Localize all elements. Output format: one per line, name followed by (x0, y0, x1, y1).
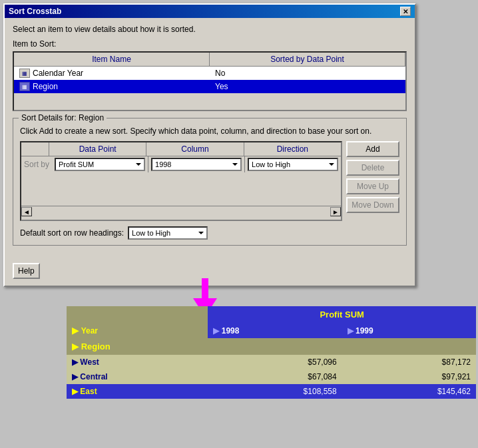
central-1998: $67,084 (208, 369, 342, 384)
close-button[interactable]: ✕ (400, 7, 411, 16)
column-select[interactable]: 1998 (151, 158, 242, 171)
delete-button[interactable]: Delete (346, 160, 399, 176)
west-label: ▶ West (67, 355, 208, 369)
calendar-year-cell: ▦ Calendar Year (14, 67, 210, 80)
column-cell: 1998 (148, 156, 245, 172)
region-name: Region (33, 82, 58, 91)
west-row[interactable]: ▶ West $57,096 $87,172 (67, 355, 476, 369)
default-sort-select[interactable]: Low to High (128, 226, 208, 240)
sort-grid-area: Data Point Column Direction Sort by Prof… (20, 141, 399, 221)
direction-select[interactable]: Low to High (248, 158, 338, 171)
table-row[interactable]: ▦ Calendar Year No (14, 67, 405, 80)
sort-details-description: Click Add to create a new sort. Specify … (20, 126, 399, 136)
move-down-button[interactable]: Move Down (346, 197, 399, 213)
region-header: ▶ Region (67, 338, 476, 355)
direction-header: Direction (244, 142, 341, 156)
data-point-select[interactable]: Profit SUM (55, 158, 145, 171)
items-table-container: Item Name Sorted by Data Point ▦ Calenda… (13, 51, 407, 111)
sort-grid: Data Point Column Direction Sort by Prof… (20, 141, 342, 221)
profit-sum-header-row: Profit SUM (67, 306, 476, 323)
calendar-year-sorted: No (210, 67, 405, 80)
east-label: ▶ East (67, 384, 208, 399)
dialog-title: Sort Crosstab (9, 7, 61, 16)
east-1999: $145,462 (342, 384, 476, 399)
item-name-header: Item Name (14, 53, 210, 66)
region-sorted: Yes (210, 80, 405, 93)
west-1999: $87,172 (342, 355, 476, 369)
sort-buttons: Add Delete Move Up Move Down (346, 141, 399, 221)
dialog-body: Select an item to view details about how… (5, 18, 415, 259)
year-header-row: ▶ Year ▶ 1998 ▶ 1999 (67, 323, 476, 338)
year-1999: ▶ 1999 (342, 323, 476, 338)
region-cell: ▦ Region (14, 80, 210, 93)
row-icon: ▦ (19, 69, 30, 78)
sort-crosstab-dialog: Sort Crosstab ✕ Select an item to view d… (3, 3, 416, 287)
calendar-year-name: Calendar Year (33, 69, 83, 78)
central-1999: $97,921 (342, 369, 476, 384)
horizontal-scrollbar[interactable]: ◄ ► (21, 206, 341, 216)
sort-grid-header: Data Point Column Direction (21, 142, 341, 156)
table-row[interactable]: ▦ Region Yes (14, 80, 405, 93)
description-text: Select an item to view details about how… (13, 25, 407, 34)
crosstab-table: Profit SUM ▶ Year ▶ 1998 ▶ 1999 (67, 306, 476, 399)
region-header-row: ▶ Region (67, 338, 476, 355)
year-text: Year (81, 326, 98, 336)
profit-sum-header: Profit SUM (208, 306, 476, 323)
sort-details-group: Sort Details for: Region Click Add to cr… (13, 118, 407, 246)
east-1998: $108,558 (208, 384, 342, 399)
data-point-header: Data Point (49, 142, 146, 156)
direction-cell: Low to High (245, 156, 341, 172)
add-button[interactable]: Add (346, 141, 399, 157)
year-label: ▶ Year (67, 323, 208, 338)
item-to-sort-label: Item to Sort: (13, 39, 407, 49)
sorted-by-header: Sorted by Data Point (210, 53, 405, 66)
help-button[interactable]: Help (13, 263, 40, 279)
data-point-cell: Profit SUM (52, 156, 148, 172)
items-table: Item Name Sorted by Data Point ▦ Calenda… (14, 53, 405, 93)
items-table-header: Item Name Sorted by Data Point (14, 53, 405, 67)
central-row[interactable]: ▶ Central $67,084 $97,921 (67, 369, 476, 384)
default-sort-row: Default sort on row headings: Low to Hig… (20, 226, 399, 240)
year-1998: ▶ 1998 (208, 323, 342, 338)
row-icon: ▦ (19, 82, 30, 91)
title-bar: Sort Crosstab ✕ (5, 5, 415, 18)
central-label: ▶ Central (67, 369, 208, 384)
sort-row: Sort by Profit SUM 1998 (21, 156, 341, 172)
group-legend: Sort Details for: Region (19, 113, 107, 122)
east-row[interactable]: ▶ East $108,558 $145,462 (67, 384, 476, 399)
move-up-button[interactable]: Move Up (346, 178, 399, 194)
region-label: Region (81, 341, 111, 351)
column-header: Column (146, 142, 244, 156)
default-sort-label: Default sort on row headings: (20, 228, 124, 238)
west-1998: $57,096 (208, 355, 342, 369)
title-bar-buttons: ✕ (400, 7, 411, 16)
sort-by-label: Sort by (21, 158, 52, 171)
arrow-stem (202, 278, 208, 298)
crosstab-container: Profit SUM ▶ Year ▶ 1998 ▶ 1999 (67, 306, 476, 399)
